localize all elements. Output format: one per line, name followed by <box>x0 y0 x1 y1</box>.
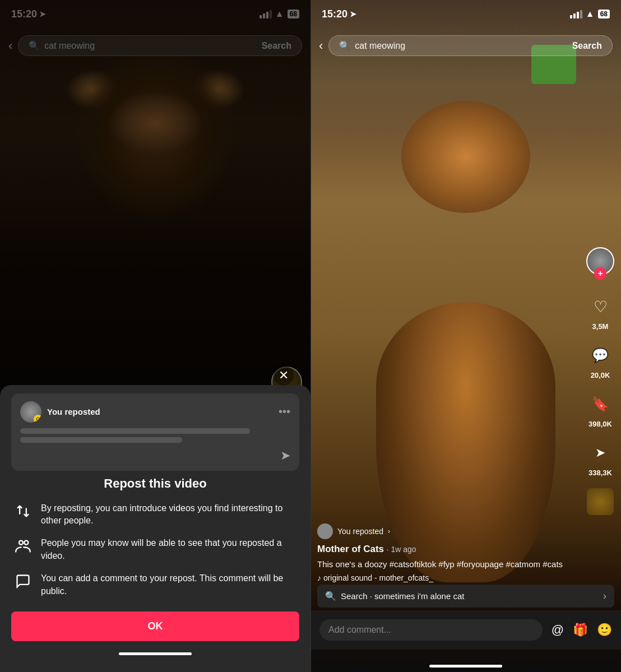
panel-divider <box>310 0 311 672</box>
you-reposted-chevron: › <box>388 527 390 535</box>
repost-avatar: G <box>20 401 41 423</box>
mention-icon[interactable]: @ <box>552 623 564 637</box>
save-button-group[interactable]: 🔖 398,0K <box>587 391 614 428</box>
right-panel: 15:20 ➤ ▲ 68 ‹ 🔍 cat meowing Search + <box>310 0 621 672</box>
gift-icon[interactable]: 🎁 <box>573 623 588 637</box>
suggestion-chevron: › <box>603 590 606 602</box>
comment-icon-right[interactable]: 💬 <box>587 342 614 369</box>
like-button-group[interactable]: ♡ 3,5M <box>587 293 614 331</box>
share-icon-right[interactable]: ➤ <box>587 439 614 466</box>
modal-info-item-3: You can add a comment to your repost. Th… <box>14 572 296 597</box>
you-reposted-row[interactable]: You reposted › <box>317 523 582 539</box>
search-query-right: cat meowing <box>355 41 567 51</box>
home-indicator-left <box>0 652 310 655</box>
cat-head <box>401 101 530 213</box>
video-description: This one's a doozy #catsoftiktok #fyp #f… <box>317 558 582 570</box>
close-button[interactable]: ✕ <box>274 365 294 386</box>
comment-actions: @ 🎁 🙂 <box>552 623 612 637</box>
battery-right: 68 <box>598 10 610 18</box>
you-reposted-avatar <box>317 523 333 539</box>
home-indicator-right <box>310 665 621 668</box>
home-bar-left <box>119 652 192 655</box>
repost-icon <box>14 502 32 520</box>
share-button-group[interactable]: ➤ 338,3K <box>587 439 614 477</box>
status-bar-right: 15:20 ➤ ▲ 68 <box>310 0 621 28</box>
wifi-icon-right: ▲ <box>586 9 595 19</box>
right-cat-area <box>310 45 621 582</box>
home-bar-right <box>429 665 502 668</box>
comment-count: 20,0K <box>591 371 610 379</box>
people-icon <box>14 537 32 555</box>
sound-info[interactable]: ♪ original sound - mother_ofcats_ <box>317 573 582 582</box>
comment-bar[interactable]: Add comment... @ 🎁 🙂 <box>310 610 621 650</box>
comment-input[interactable]: Add comment... <box>319 619 543 641</box>
comment-button-group[interactable]: 💬 20,0K <box>587 342 614 379</box>
status-icons-right: ▲ 68 <box>570 9 610 19</box>
suggestion-search-icon: 🔍 <box>325 591 336 601</box>
repost-user-info: G You reposted <box>20 401 100 423</box>
left-panel: 15:20 ➤ ▲ 68 ‹ 🔍 cat meowing Search <box>0 0 310 672</box>
desc-line-1 <box>20 428 250 434</box>
desc-line-2 <box>20 437 182 443</box>
back-button-right[interactable]: ‹ <box>319 39 323 53</box>
modal-info-text-1: By reposting, you can introduce videos y… <box>41 502 296 527</box>
search-button-right[interactable]: Search <box>572 41 602 51</box>
creator-name[interactable]: Mother of Cats · 1w ago <box>317 544 582 555</box>
search-input-right[interactable]: 🔍 cat meowing Search <box>328 35 613 56</box>
more-options-button[interactable]: ••• <box>279 405 290 418</box>
bottom-video-info: You reposted › Mother of Cats · 1w ago T… <box>317 523 582 582</box>
like-icon[interactable]: ♡ <box>587 293 614 320</box>
post-time: · 1w ago <box>387 545 416 554</box>
repost-avatar-badge: G <box>34 415 41 423</box>
creator-avatar-right[interactable]: + <box>586 247 614 275</box>
modal-overlay: ✕ G You reposted ••• ➤ <box>0 0 310 672</box>
modal-info-item-1: By reposting, you can introduce videos y… <box>14 502 296 527</box>
right-action-buttons: + ♡ 3,5M 💬 20,0K 🔖 398,0K ➤ 338,3K <box>586 247 614 515</box>
you-reposted-label: You reposted <box>337 527 383 536</box>
share-icon: ➤ <box>280 448 290 463</box>
svg-point-0 <box>19 541 23 545</box>
save-count: 398,0K <box>588 420 612 428</box>
save-icon[interactable]: 🔖 <box>587 391 614 418</box>
repost-preview-card: ✕ G You reposted ••• ➤ <box>11 393 299 471</box>
repost-modal: ✕ G You reposted ••• ➤ <box>0 385 310 672</box>
modal-title: Repost this video <box>11 476 299 491</box>
like-count: 3,5M <box>592 322 609 331</box>
signal-icon-right <box>570 10 582 18</box>
cat-visual <box>310 45 621 582</box>
modal-info-item-2: People you may know will be able to see … <box>14 537 296 562</box>
modal-info-text-2: People you may know will be able to see … <box>41 537 296 562</box>
ok-button[interactable]: OK <box>11 611 299 641</box>
svg-point-1 <box>24 541 28 545</box>
suggestion-left: 🔍 Search · sometimes i'm alone cat <box>325 591 464 601</box>
modal-info-list: By reposting, you can introduce videos y… <box>0 502 310 597</box>
share-row: ➤ <box>20 448 290 463</box>
sound-thumbnail[interactable] <box>587 488 614 515</box>
modal-info-text-3: You can add a comment to your repost. Th… <box>41 572 296 597</box>
comment-icon <box>14 572 32 590</box>
follow-button[interactable]: + <box>594 267 606 280</box>
repost-desc-lines <box>20 428 290 443</box>
emoji-icon[interactable]: 🙂 <box>597 623 612 637</box>
search-suggestion-bar[interactable]: 🔍 Search · sometimes i'm alone cat › <box>317 585 614 608</box>
time-right: 15:20 ➤ <box>322 8 356 20</box>
share-count: 338,3K <box>588 469 612 477</box>
location-icon-right: ➤ <box>350 10 356 18</box>
repost-preview-header: G You reposted ••• <box>20 401 290 423</box>
search-bar-right[interactable]: ‹ 🔍 cat meowing Search <box>310 31 621 61</box>
repost-user-label: You reposted <box>47 407 100 416</box>
suggestion-text: Search · sometimes i'm alone cat <box>341 591 464 601</box>
search-icon-right: 🔍 <box>339 40 350 51</box>
